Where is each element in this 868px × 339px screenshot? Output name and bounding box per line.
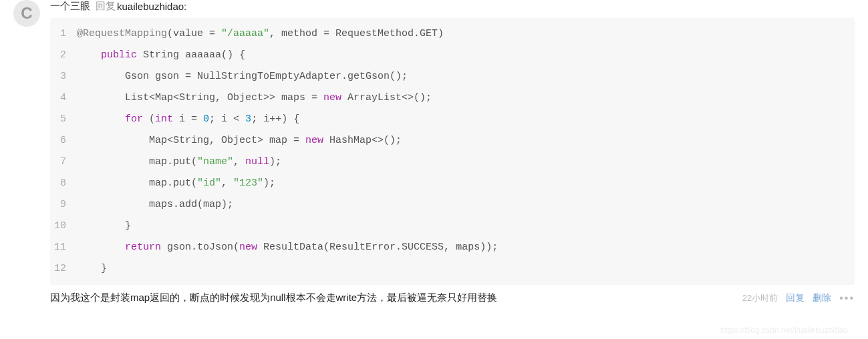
reply-button[interactable]: 回复 <box>786 292 805 304</box>
more-icon[interactable]: ••• <box>839 292 855 304</box>
code-line: 6 Map<String, Object> map = new HashMap<… <box>50 130 855 151</box>
code-line: 1@RequestMapping(value = "/aaaaa", metho… <box>50 23 855 45</box>
comment-text: 因为我这个是封装map返回的，断点的时候发现为null根本不会走write方法，… <box>50 292 734 304</box>
timestamp: 22小时前 <box>742 292 778 304</box>
line-number: 5 <box>50 109 77 130</box>
line-content: } <box>77 216 131 237</box>
code-line: 11 return gson.toJson(new ResultData(Res… <box>50 237 855 258</box>
line-content: Gson gson = NullStringToEmptyAdapter.get… <box>77 66 408 87</box>
code-line: 5 for (int i = 0; i < 3; i++) { <box>50 109 855 130</box>
line-content: map.put("name", null); <box>77 151 281 173</box>
line-number: 6 <box>50 130 77 151</box>
code-line: 12 } <box>50 258 855 280</box>
avatar[interactable]: C <box>13 0 40 27</box>
code-line: 10 } <box>50 216 855 237</box>
code-block[interactable]: 1@RequestMapping(value = "/aaaaa", metho… <box>50 18 855 285</box>
reply-label: 回复 <box>96 0 116 13</box>
line-content: public String aaaaaa() { <box>77 45 245 66</box>
line-number: 12 <box>50 258 77 280</box>
line-number: 2 <box>50 45 77 66</box>
line-content: List<Map<String, Object>> maps = new Arr… <box>77 87 432 109</box>
code-line: 3 Gson gson = NullStringToEmptyAdapter.g… <box>50 66 855 87</box>
line-number: 3 <box>50 66 77 87</box>
comment-header: 一个三眼 回复 kuailebuzhidao: <box>50 0 855 13</box>
line-content: for (int i = 0; i < 3; i++) { <box>77 109 299 130</box>
line-number: 7 <box>50 151 77 173</box>
code-line: 8 map.put("id", "123"); <box>50 173 855 194</box>
code-line: 9 maps.add(map); <box>50 194 855 216</box>
code-line: 7 map.put("name", null); <box>50 151 855 173</box>
code-line: 4 List<Map<String, Object>> maps = new A… <box>50 87 855 109</box>
comment-body: 一个三眼 回复 kuailebuzhidao: 1@RequestMapping… <box>50 0 855 304</box>
line-content: map.put("id", "123"); <box>77 173 275 194</box>
line-content: } <box>77 258 107 280</box>
delete-button[interactable]: 删除 <box>813 292 831 304</box>
line-number: 9 <box>50 194 77 216</box>
line-number: 1 <box>50 23 77 45</box>
line-content: @RequestMapping(value = "/aaaaa", method… <box>77 23 444 45</box>
line-number: 11 <box>50 237 77 258</box>
comment-footer: 因为我这个是封装map返回的，断点的时候发现为null根本不会走write方法，… <box>50 292 855 304</box>
comment-container: C 一个三眼 回复 kuailebuzhidao: 1@RequestMappi… <box>0 0 868 304</box>
code-line: 2 public String aaaaaa() { <box>50 45 855 66</box>
line-content: Map<String, Object> map = new HashMap<>(… <box>77 130 402 151</box>
reply-target[interactable]: kuailebuzhidao: <box>117 1 186 12</box>
username[interactable]: 一个三眼 <box>50 0 90 13</box>
line-content: return gson.toJson(new ResultData(Result… <box>77 237 498 258</box>
line-number: 10 <box>50 216 77 237</box>
line-number: 4 <box>50 87 77 109</box>
line-content: maps.add(map); <box>77 194 233 216</box>
line-number: 8 <box>50 173 77 194</box>
